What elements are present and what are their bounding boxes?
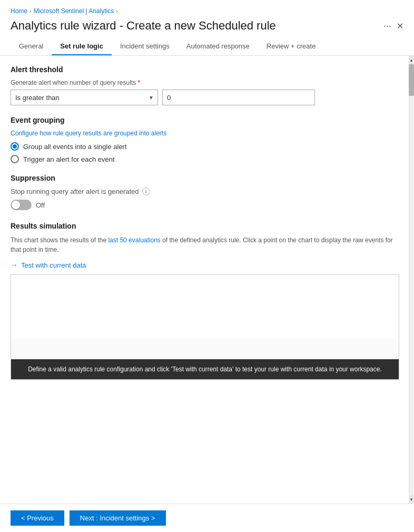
tab-review-create[interactable]: Review + create	[258, 38, 324, 55]
results-description: This chart shows the results of the last…	[11, 235, 399, 254]
footer-bar: < Previous Next : Incident settings >	[0, 504, 414, 532]
next-button[interactable]: Next : Incident settings >	[70, 510, 166, 526]
results-simulation-title: Results simulation	[11, 222, 399, 230]
suppression-title: Suppression	[11, 174, 399, 182]
event-grouping-radio-group: Group all events into a single alert Tri…	[11, 142, 399, 163]
alert-threshold-title: Alert threshold	[11, 65, 399, 74]
scrollbar-down-arrow[interactable]: ▼	[409, 495, 414, 504]
suppression-section: Suppression Stop running query after ale…	[11, 174, 399, 210]
tab-incident-settings[interactable]: Incident settings	[112, 38, 178, 55]
required-star: *	[137, 79, 140, 86]
chart-message: Define a valid analytics rule configurat…	[11, 359, 399, 379]
radio-group-single-label: Group all events into a single alert	[23, 143, 127, 151]
scrollbar-up-arrow[interactable]: ▲	[409, 56, 414, 64]
previous-button[interactable]: < Previous	[11, 510, 64, 526]
toggle-label: Off	[36, 201, 45, 209]
scrollbar-track: ▲ ▼	[409, 56, 414, 504]
stop-query-label: Stop running query after alert is genera…	[11, 188, 139, 195]
breadcrumb-home[interactable]: Home	[11, 7, 27, 15]
radio-checked-icon	[11, 142, 19, 151]
tab-general[interactable]: General	[11, 38, 52, 55]
info-icon[interactable]: i	[142, 188, 150, 195]
event-grouping-title: Event grouping	[11, 116, 399, 124]
breadcrumb-sep-2: ›	[116, 8, 118, 14]
radio-group-single[interactable]: Group all events into a single alert	[11, 142, 399, 151]
page-container: Home › Microsoft Sentinel | Analytics › …	[0, 0, 414, 532]
breadcrumb-sentinel[interactable]: Microsoft Sentinel | Analytics	[34, 7, 114, 15]
alert-threshold-section: Alert threshold Generate alert when numb…	[11, 65, 399, 105]
radio-unchecked-icon	[11, 155, 19, 163]
close-button[interactable]: ✕	[397, 21, 403, 31]
results-simulation-section: Results simulation This chart shows the …	[11, 222, 399, 380]
threshold-inputs: Is greater than Is less than Is equal to…	[11, 90, 399, 105]
event-grouping-subtitle: Configure how rule query results are gro…	[11, 130, 399, 137]
test-link-label: Test with current data	[21, 261, 86, 269]
tab-automated-response[interactable]: Automated response	[178, 38, 258, 55]
menu-icon[interactable]: ···	[383, 21, 391, 32]
breadcrumb: Home › Microsoft Sentinel | Analytics ›	[0, 0, 414, 17]
chart-top-area	[11, 275, 399, 338]
tabs-row: General Set rule logic Incident settings…	[0, 38, 414, 56]
arrow-right-icon: →	[11, 261, 18, 269]
radio-trigger-each-label: Trigger an alert for each event	[23, 155, 115, 163]
toggle-row: Off	[11, 200, 399, 210]
page-title: Analytics rule wizard - Create a new Sch…	[11, 19, 378, 33]
threshold-select[interactable]: Is greater than Is less than Is equal to	[11, 90, 158, 105]
desc-highlight: last 50 evaluations	[108, 237, 160, 244]
suppression-row: Stop running query after alert is genera…	[11, 188, 399, 195]
threshold-number-input[interactable]	[162, 90, 315, 105]
tab-set-rule-logic[interactable]: Set rule logic	[52, 38, 112, 55]
test-with-current-data-link[interactable]: → Test with current data	[11, 261, 399, 269]
radio-trigger-each[interactable]: Trigger an alert for each event	[11, 155, 399, 163]
threshold-field-label: Generate alert when number of query resu…	[11, 79, 399, 86]
scrollbar-thumb[interactable]	[409, 64, 414, 96]
page-title-row: Analytics rule wizard - Create a new Sch…	[0, 17, 414, 38]
toggle-knob	[12, 201, 20, 209]
chart-container: Define a valid analytics rule configurat…	[11, 274, 399, 380]
scroll-container[interactable]: Alert threshold Generate alert when numb…	[0, 56, 414, 504]
breadcrumb-sep-1: ›	[29, 8, 32, 14]
content-area: Alert threshold Generate alert when numb…	[0, 56, 414, 504]
threshold-select-wrapper: Is greater than Is less than Is equal to…	[11, 90, 158, 105]
event-grouping-section: Event grouping Configure how rule query …	[11, 116, 399, 163]
suppression-toggle[interactable]	[11, 200, 32, 210]
